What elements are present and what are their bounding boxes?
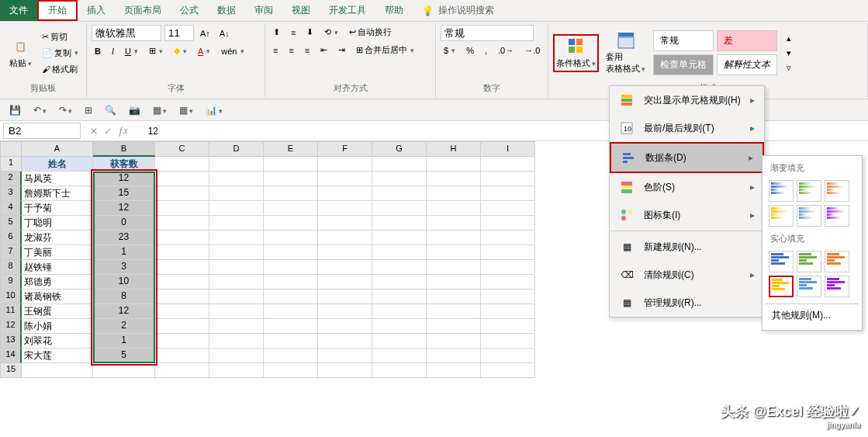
- cell-A6[interactable]: 龙淑芬: [22, 231, 93, 245]
- format-painter-button[interactable]: 🖌 格式刷: [39, 62, 81, 77]
- cell-F13[interactable]: [318, 334, 372, 349]
- col-header-D[interactable]: D: [209, 141, 264, 157]
- menu-manage-rules[interactable]: ▦ 管理规则(R)...: [610, 289, 764, 317]
- phonetic-button[interactable]: wén: [218, 44, 247, 57]
- orientation-button[interactable]: ⟲: [321, 26, 341, 39]
- font-name-select[interactable]: [92, 25, 161, 41]
- cell-A5[interactable]: 丁聪明: [22, 216, 93, 231]
- cell-E4[interactable]: [264, 201, 318, 216]
- menu-data[interactable]: 数据: [208, 0, 245, 21]
- fill-color-button[interactable]: ◆: [171, 44, 190, 57]
- cell-D12[interactable]: [209, 319, 264, 334]
- menu-insert[interactable]: 插入: [78, 0, 115, 21]
- cell-I13[interactable]: [481, 334, 535, 349]
- databar-gradient-3[interactable]: [769, 205, 794, 227]
- cell-F6[interactable]: [318, 231, 372, 245]
- cell-D3[interactable]: [209, 186, 264, 201]
- cell-A9[interactable]: 郑德勇: [22, 275, 93, 290]
- menu-layout[interactable]: 页面布局: [115, 0, 171, 21]
- row-header-3[interactable]: 3: [0, 186, 22, 201]
- menu-highlight-rules[interactable]: 突出显示单元格规则(H)▸: [610, 86, 764, 114]
- cell-F7[interactable]: [318, 245, 372, 260]
- cell-E8[interactable]: [264, 260, 318, 275]
- cell-C2[interactable]: [155, 172, 209, 186]
- align-top-button[interactable]: ⬆: [270, 26, 283, 39]
- styles-more-button[interactable]: ▿: [783, 61, 794, 75]
- cell-B2[interactable]: 12: [93, 172, 155, 186]
- cell-D11[interactable]: [209, 304, 264, 319]
- cell-B13[interactable]: 1: [93, 334, 155, 349]
- cell-C7[interactable]: [155, 245, 209, 260]
- cell-A1[interactable]: 姓名: [22, 157, 93, 172]
- menu-data-bars[interactable]: 数据条(D)▸: [610, 142, 764, 173]
- cell-C13[interactable]: [155, 334, 209, 349]
- cell-F1[interactable]: [318, 157, 372, 172]
- align-left-button[interactable]: ≡: [270, 44, 281, 57]
- save-button[interactable]: 💾: [6, 103, 24, 117]
- cell-E6[interactable]: [264, 231, 318, 245]
- row-header-11[interactable]: 11: [0, 304, 22, 319]
- styles-down-button[interactable]: ▾: [783, 47, 794, 60]
- cell-F4[interactable]: [318, 201, 372, 216]
- select-all-corner[interactable]: [0, 141, 22, 157]
- menu-icon-sets[interactable]: 图标集(I)▸: [610, 201, 764, 229]
- cell-H15[interactable]: [427, 363, 481, 378]
- cell-D15[interactable]: [209, 363, 264, 378]
- font-color-button[interactable]: A: [195, 44, 213, 57]
- cell-I11[interactable]: [481, 304, 535, 319]
- databar-gradient-1[interactable]: [797, 180, 821, 202]
- cell-C1[interactable]: [155, 157, 209, 172]
- row-header-6[interactable]: 6: [0, 231, 22, 245]
- cell-D9[interactable]: [209, 275, 264, 290]
- cell-D13[interactable]: [209, 334, 264, 349]
- cell-I4[interactable]: [481, 201, 535, 216]
- menu-view[interactable]: 视图: [282, 0, 320, 21]
- style-explain[interactable]: 解释性文本: [717, 54, 777, 75]
- underline-button[interactable]: U: [122, 44, 141, 57]
- number-format-select[interactable]: [441, 25, 534, 41]
- increase-indent-button[interactable]: ⇥: [335, 43, 348, 57]
- cell-E10[interactable]: [264, 290, 318, 304]
- style-check[interactable]: 检查单元格: [653, 54, 714, 75]
- cell-I5[interactable]: [481, 216, 535, 231]
- cell-H14[interactable]: [427, 349, 481, 363]
- percent-button[interactable]: %: [463, 44, 477, 57]
- cell-C8[interactable]: [155, 260, 209, 275]
- italic-button[interactable]: I: [109, 44, 117, 57]
- align-center-button[interactable]: ≡: [285, 44, 296, 57]
- increase-font-button[interactable]: A↑: [197, 27, 213, 40]
- cell-E7[interactable]: [264, 245, 318, 260]
- cell-D10[interactable]: [209, 290, 264, 304]
- increase-decimal-button[interactable]: .0→: [495, 44, 517, 57]
- databar-solid-5[interactable]: [825, 276, 849, 297]
- cell-H3[interactable]: [427, 186, 481, 201]
- cell-G6[interactable]: [372, 231, 427, 245]
- cell-H7[interactable]: [427, 245, 481, 260]
- cell-B4[interactable]: 12: [93, 201, 155, 216]
- databar-gradient-4[interactable]: [797, 205, 821, 227]
- cell-G9[interactable]: [372, 275, 427, 290]
- cell-H12[interactable]: [427, 319, 481, 334]
- cell-D4[interactable]: [209, 201, 264, 216]
- cell-A15[interactable]: [22, 363, 93, 378]
- cell-G13[interactable]: [372, 334, 427, 349]
- cell-B1[interactable]: 获客数: [93, 157, 155, 172]
- databar-solid-2[interactable]: [825, 251, 849, 272]
- cell-B11[interactable]: 12: [93, 304, 155, 319]
- qat-btn-6[interactable]: 📊: [202, 103, 226, 117]
- cell-B14[interactable]: 5: [93, 349, 155, 363]
- databar-solid-3[interactable]: [769, 276, 794, 297]
- col-header-I[interactable]: I: [481, 141, 535, 157]
- fx-icon[interactable]: ƒx: [118, 126, 128, 137]
- undo-button[interactable]: ↶: [30, 103, 50, 117]
- menu-formulas[interactable]: 公式: [171, 0, 208, 21]
- col-header-E[interactable]: E: [264, 141, 318, 157]
- cell-B8[interactable]: 3: [93, 260, 155, 275]
- cell-B15[interactable]: [93, 363, 155, 378]
- cell-G2[interactable]: [372, 172, 427, 186]
- cell-E14[interactable]: [264, 349, 318, 363]
- qat-btn-1[interactable]: ⊞: [81, 103, 95, 117]
- row-header-13[interactable]: 13: [0, 334, 22, 349]
- table-format-button[interactable]: 套用 表格格式: [601, 28, 650, 78]
- cell-G12[interactable]: [372, 319, 427, 334]
